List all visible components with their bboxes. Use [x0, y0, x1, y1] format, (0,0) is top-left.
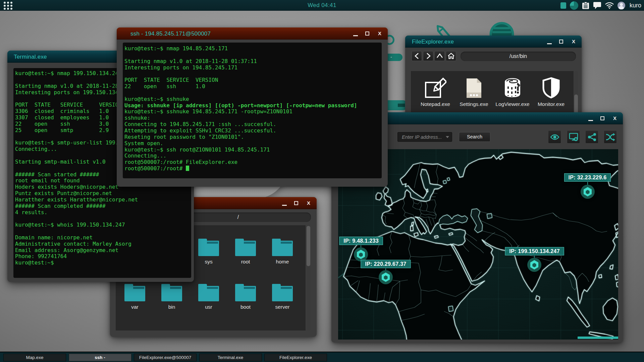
- close-icon: X: [568, 36, 580, 48]
- maximize-icon: [365, 32, 369, 36]
- file-explorer-local-address[interactable]: /usr/bin: [461, 52, 576, 61]
- marker-ip-label: IP: 32.23.229.6: [564, 173, 611, 182]
- file-item-monitor-exe[interactable]: Monitor.exe: [533, 75, 570, 107]
- taskbar-item-map-exe[interactable]: Map.exe: [3, 354, 66, 361]
- maximize-button[interactable]: [290, 197, 303, 209]
- monitor-icon: [533, 75, 570, 99]
- file-item-settings-exe[interactable]: Settings.exe: [455, 75, 492, 107]
- marker-ip-label: IP: 9.48.1.233: [339, 237, 383, 245]
- topbar: Wed 04:41 kuro: [0, 0, 644, 11]
- wifi-icon[interactable]: [605, 2, 614, 9]
- folder-label: sys: [190, 259, 227, 265]
- folder-item-sys[interactable]: sys: [190, 233, 227, 265]
- minimize-icon: [353, 35, 358, 36]
- clipboard-icon[interactable]: [582, 2, 589, 9]
- file-item-label: Monitor.exe: [533, 101, 570, 107]
- folder-item-usr[interactable]: usr: [190, 278, 227, 310]
- file-explorer-local-title: FileExplorer.exe: [412, 36, 454, 48]
- search-button[interactable]: Search: [459, 132, 490, 142]
- ssh-text: kuro@test:~$ nmap 194.85.245.171 Startin…: [123, 43, 382, 172]
- username: kuro: [630, 2, 641, 9]
- close-button[interactable]: X: [609, 112, 621, 124]
- marker-ip-label: IP: 199.150.134.247: [505, 247, 564, 255]
- maximize-button[interactable]: [597, 112, 609, 124]
- file-item-notepad-exe[interactable]: Notepad.exe: [417, 75, 454, 107]
- taskbar-item-fileexplorer-exe-500007[interactable]: FileExplorer.exe@500007: [134, 354, 197, 361]
- share-button[interactable]: [585, 130, 598, 143]
- folder-icon: [264, 233, 301, 256]
- file-item-logviewer-exe[interactable]: LogViewer.exe: [494, 75, 531, 107]
- taskbar-item-ssh-[interactable]: ssh -: [69, 354, 131, 361]
- scrollbar-thumb[interactable]: [307, 226, 310, 266]
- ip-address-input[interactable]: Enter IP address...: [397, 132, 452, 142]
- folder-icon: [190, 278, 227, 301]
- ip-input-placeholder: Enter IP address...: [402, 134, 442, 140]
- ssh-screen[interactable]: kuro@test:~$ nmap 194.85.245.171 Startin…: [123, 43, 382, 178]
- eye-button[interactable]: [548, 130, 561, 143]
- folder-item-root[interactable]: root: [227, 233, 264, 265]
- taskbar-item-fileexplorer-exe[interactable]: FileExplorer.exe: [264, 354, 327, 361]
- folder-item-server[interactable]: server: [264, 278, 301, 310]
- minimize-icon: [282, 205, 287, 206]
- folder-label: home: [264, 259, 301, 265]
- minimize-button[interactable]: [278, 197, 290, 209]
- folder-item-home[interactable]: home: [264, 233, 301, 265]
- forward-button[interactable]: [423, 51, 433, 61]
- file-explorer-local-titlebar[interactable]: FileExplorer.exe X: [405, 36, 582, 48]
- folder-item-bin[interactable]: bin: [153, 278, 190, 310]
- logviewer-icon: [494, 75, 531, 99]
- back-icon: [414, 53, 420, 59]
- remote-desktop-button[interactable]: [567, 130, 580, 143]
- close-button[interactable]: X: [303, 197, 315, 209]
- marker-ip-label: IP: 220.29.67.37: [361, 260, 411, 268]
- folder-icon: [227, 278, 264, 301]
- folder-icon: [190, 233, 227, 256]
- folder-label: server: [264, 304, 301, 310]
- folder-label: var: [116, 304, 153, 310]
- up-button[interactable]: [434, 51, 445, 61]
- system-tray: kuro: [560, 0, 641, 11]
- map-horizontal-scrollbar[interactable]: [578, 337, 618, 339]
- avatar-icon[interactable]: [618, 2, 625, 9]
- taskbar: Map.exessh -FileExplorer.exe@500007Termi…: [0, 352, 644, 362]
- clock: Wed 04:41: [0, 0, 644, 11]
- notepad-icon: [417, 75, 454, 99]
- minimize-button[interactable]: [350, 27, 362, 40]
- folder-item-var[interactable]: var: [116, 278, 153, 310]
- ssh-titlebar[interactable]: ssh - 194.85.245.171@500007 X: [117, 27, 388, 40]
- file-explorer-remote-scrollbar[interactable]: [307, 225, 310, 330]
- file-item-label: LogViewer.exe: [494, 101, 531, 107]
- folder-label: root: [227, 259, 264, 265]
- address-text: /usr/bin: [509, 53, 527, 59]
- chat-icon[interactable]: [593, 2, 601, 9]
- close-button[interactable]: X: [568, 36, 580, 48]
- maximize-button[interactable]: [555, 36, 568, 48]
- desktop-icon-pill2-notch: [398, 104, 405, 107]
- disk-usage-icon[interactable]: [570, 1, 578, 10]
- home-button[interactable]: [446, 51, 456, 61]
- maximize-button[interactable]: [362, 27, 374, 40]
- window-ssh: ssh - 194.85.245.171@500007 X kuro@test:…: [117, 27, 388, 187]
- file-explorer-local-nav: [412, 51, 457, 61]
- minimize-icon: [588, 120, 593, 121]
- chevron-down-icon[interactable]: [446, 136, 449, 138]
- taskbar-item-terminal-exe[interactable]: Terminal.exe: [199, 354, 262, 361]
- forward-icon: [425, 53, 432, 59]
- minimize-icon: [547, 43, 552, 44]
- address-text: /: [237, 214, 239, 220]
- folder-label: boot: [227, 304, 264, 310]
- folder-label: usr: [190, 304, 227, 310]
- battery-icon[interactable]: [560, 2, 566, 9]
- maximize-icon: [559, 40, 563, 44]
- ssh-title: ssh - 194.85.245.171@500007: [130, 27, 211, 40]
- search-button-label: Search: [467, 134, 482, 139]
- back-button[interactable]: [412, 51, 422, 61]
- folder-item-boot[interactable]: boot: [227, 278, 264, 310]
- minimize-button[interactable]: [543, 36, 555, 48]
- terminal-cursor: [186, 166, 189, 171]
- folder-icon: [264, 278, 301, 301]
- minimize-button[interactable]: [585, 112, 597, 124]
- shuffle-button[interactable]: [604, 130, 617, 143]
- close-button[interactable]: X: [374, 27, 386, 40]
- folder-icon: [227, 233, 264, 256]
